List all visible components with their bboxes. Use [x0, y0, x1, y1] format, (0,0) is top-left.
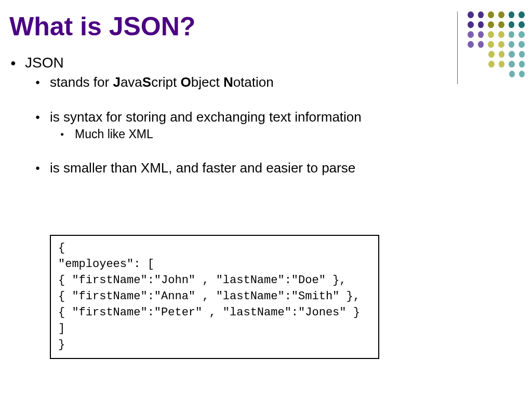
- bullet-text: Much like XML: [75, 127, 447, 141]
- bold-j: J: [113, 74, 120, 90]
- decorative-dots: [468, 11, 525, 81]
- content-area: ● JSON ● stands for JavaScript Object No…: [10, 55, 447, 178]
- prefix: stands for: [50, 74, 113, 90]
- bullet-icon: ●: [35, 109, 50, 125]
- title-divider: [457, 11, 458, 84]
- bullet-level2: ● is smaller than XML, and faster and ea…: [35, 160, 447, 176]
- code-example: { "employees": [ { "firstName":"John" , …: [50, 235, 379, 359]
- bullet-text: is syntax for storing and exchanging tex…: [50, 109, 447, 125]
- bullet-level1: ● JSON: [10, 55, 447, 71]
- bullet-level3: ● Much like XML: [60, 127, 447, 141]
- bullet-text: stands for JavaScript Object Notation: [50, 74, 447, 90]
- bullet-text: JSON: [25, 55, 447, 71]
- bullet-icon: ●: [35, 160, 50, 176]
- bullet-level2-acronym: ● stands for JavaScript Object Notation: [35, 74, 447, 90]
- bullet-text: is smaller than XML, and faster and easi…: [50, 160, 447, 176]
- bold-s: S: [142, 74, 151, 90]
- slide: What is JSON? ● JSON ● stands for JavaSc…: [0, 0, 532, 399]
- bold-n: N: [223, 74, 233, 90]
- bullet-icon: ●: [35, 74, 50, 90]
- slide-title: What is JSON?: [9, 11, 195, 42]
- bullet-icon: ●: [60, 127, 75, 141]
- bullet-level2: ● is syntax for storing and exchanging t…: [35, 109, 447, 125]
- bold-o: O: [180, 74, 191, 90]
- bullet-icon: ●: [10, 55, 25, 71]
